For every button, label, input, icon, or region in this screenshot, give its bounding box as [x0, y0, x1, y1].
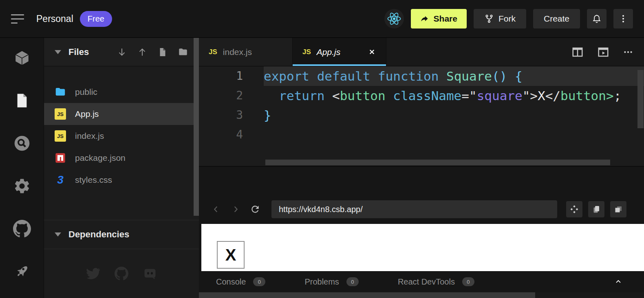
create-label: Create	[544, 14, 569, 24]
code-text: }	[264, 105, 644, 125]
close-icon[interactable]	[367, 48, 376, 57]
files-section-header[interactable]: Files	[44, 38, 199, 66]
file-row[interactable]: JS index.js	[44, 125, 199, 147]
duplicate-preview-icon[interactable]	[610, 201, 626, 217]
vertical-scrollbar-thumb[interactable]	[637, 70, 644, 128]
share-arrow-icon	[420, 14, 429, 23]
files-header-actions	[117, 47, 188, 57]
search-icon[interactable]	[13, 134, 31, 153]
responsive-mode-icon[interactable]	[566, 201, 582, 217]
file-row[interactable]: JS App.js	[44, 103, 199, 125]
plan-badge: Free	[80, 11, 112, 27]
twitter-icon[interactable]	[85, 265, 101, 282]
devtools-tab[interactable]: Problems 0	[304, 277, 358, 287]
js-icon: JS	[302, 48, 311, 56]
line-number: 2	[199, 86, 264, 105]
kebab-menu-icon	[618, 14, 628, 24]
browser-actions	[566, 201, 626, 217]
code-text: return <button className="square">X</but…	[264, 86, 644, 105]
files-title: Files	[68, 47, 89, 57]
line-number: 3	[199, 105, 264, 125]
file-row[interactable]: 3 styles.css	[44, 169, 199, 191]
sandbox-cube-icon[interactable]	[13, 48, 31, 67]
tab-label: index.js	[223, 47, 252, 57]
count-badge: 0	[253, 277, 265, 286]
editor-main: JS index.js JS App.js 1 export default f…	[199, 38, 644, 298]
file-type-icon: 3	[54, 174, 66, 186]
file-row[interactable]: public	[44, 81, 199, 103]
devtools-scrollbar	[199, 292, 644, 298]
share-label: Share	[434, 14, 457, 24]
back-button[interactable]	[208, 201, 224, 217]
sidebar-spacer	[44, 191, 199, 220]
code-lines: 1 export default function Square() { 2 r…	[199, 66, 644, 145]
github-icon[interactable]	[113, 265, 130, 282]
browser-toolbar	[199, 195, 644, 224]
code-text	[264, 125, 644, 145]
more-menu-button[interactable]	[613, 9, 633, 28]
js-icon: JS	[209, 48, 217, 56]
preview-pane-icon[interactable]	[597, 46, 609, 58]
sidebar-scrollbar-thumb[interactable]	[194, 38, 199, 216]
header-left: Personal Free	[11, 11, 112, 27]
share-button[interactable]: Share	[411, 9, 467, 28]
devtools-tab[interactable]: React DevTools 0	[398, 277, 474, 287]
code-line[interactable]: 4	[199, 125, 644, 145]
upload-icon[interactable]	[137, 47, 148, 57]
open-in-new-window-icon[interactable]	[588, 201, 604, 217]
dependencies-section-header[interactable]: Dependencies	[44, 220, 199, 249]
file-name: App.js	[75, 109, 99, 119]
code-line[interactable]: 3 }	[199, 105, 644, 125]
file-list: public JS App.js JS index.js package.jso…	[44, 66, 199, 191]
workspace-name[interactable]: Personal	[36, 13, 73, 24]
code-line[interactable]: 2 return <button className="square">X</b…	[199, 86, 644, 105]
code-line[interactable]: 1 export default function Square() {	[199, 66, 644, 86]
app-body: Files public JS App.js JS index.js packa…	[0, 38, 644, 298]
new-folder-button[interactable]	[178, 47, 188, 57]
download-icon[interactable]	[117, 47, 127, 57]
top-header: Personal Free Share Fork Create	[0, 0, 644, 38]
file-name: styles.css	[75, 175, 112, 185]
square-button[interactable]: X	[217, 241, 245, 269]
forward-button[interactable]	[227, 201, 244, 217]
file-type-icon: JS	[54, 108, 66, 120]
editor-tab[interactable]: JS index.js	[199, 38, 293, 66]
horizontal-scrollbar-thumb[interactable]	[265, 160, 610, 165]
editor-tabbar: JS index.js JS App.js	[199, 38, 644, 66]
devtools-bar: Console 0 Problems 0 React DevTools 0	[199, 271, 644, 292]
line-number: 1	[199, 66, 264, 86]
activity-rail	[0, 38, 44, 298]
code-editor[interactable]: 1 export default function Square() { 2 r…	[199, 66, 644, 166]
social-links	[44, 249, 199, 298]
url-input[interactable]	[271, 200, 557, 218]
deploy-rocket-icon[interactable]	[13, 262, 31, 281]
horizontal-scrollbar-thumb[interactable]	[199, 292, 535, 298]
expand-devtools-button[interactable]	[612, 276, 624, 288]
tab-label: App.js	[317, 47, 340, 57]
menu-button[interactable]	[11, 14, 25, 24]
new-file-button[interactable]	[157, 47, 168, 57]
header-right: Share Fork Create	[384, 9, 633, 28]
notifications-button[interactable]	[587, 9, 607, 28]
create-button[interactable]: Create	[533, 9, 580, 28]
browser-preview: X	[199, 224, 644, 271]
editor-tab[interactable]: JS App.js	[293, 38, 386, 66]
settings-gear-icon[interactable]	[13, 177, 31, 195]
chevron-down-icon	[55, 232, 61, 237]
file-type-icon	[54, 152, 66, 164]
file-explorer-icon[interactable]	[13, 91, 31, 110]
file-row[interactable]: package.json	[44, 147, 199, 169]
refresh-button[interactable]	[247, 201, 263, 217]
dependencies-title: Dependencies	[68, 229, 129, 240]
fork-button[interactable]: Fork	[474, 9, 526, 28]
line-number: 4	[199, 125, 264, 145]
devtools-tabs: Console 0 Problems 0 React DevTools 0	[216, 277, 474, 287]
devtools-tab-label: Problems	[304, 277, 339, 287]
more-options-icon[interactable]	[623, 47, 633, 57]
bell-icon	[591, 13, 602, 24]
file-name: index.js	[75, 131, 104, 141]
discord-icon[interactable]	[142, 265, 158, 282]
devtools-tab[interactable]: Console 0	[216, 277, 265, 287]
github-icon[interactable]	[13, 219, 31, 238]
split-view-icon[interactable]	[571, 46, 584, 58]
